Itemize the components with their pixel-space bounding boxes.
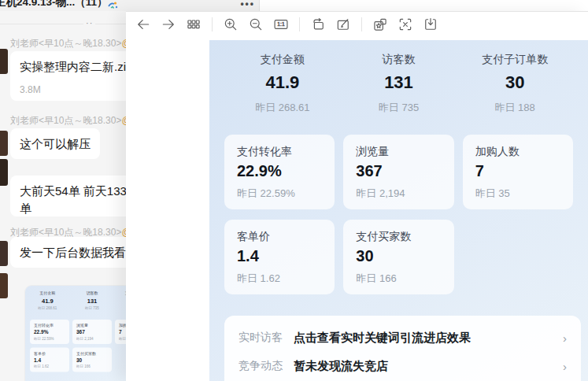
realtime-visitors-link: 实时访客 点击查看实时关键词引流进店效果 › [239, 324, 567, 352]
download-icon [423, 17, 438, 32]
chat-scroll-divider: ·· [0, 24, 126, 24]
one-to-one-icon: 1:1 [273, 17, 289, 32]
chevron-right-icon: › [563, 360, 567, 373]
zoom-in-button[interactable] [220, 14, 241, 35]
metric-card: 加购人数7昨日 35 [463, 135, 573, 209]
chat-panel: ·· 刘老师<早10点～晚18.30>@ 实操整理内容二新.zip 3.8M 刘… [0, 11, 126, 381]
forward-arrow-icon [161, 17, 176, 32]
next-image-button[interactable] [158, 14, 179, 35]
metric: 支付金额41.9昨日 268.61 [224, 53, 341, 115]
actual-size-button[interactable]: 1:1 [271, 14, 291, 35]
edit-icon [335, 17, 351, 32]
gallery-button[interactable] [183, 14, 204, 35]
save-image-button[interactable] [420, 14, 441, 35]
divider-handle: ·· [83, 18, 95, 28]
image-message-thumbnail[interactable]: 支付金额41.9昨日 268.61 访客数131昨日 735 支付子订单数30昨… [25, 286, 126, 381]
previous-image-button[interactable] [133, 14, 153, 35]
message-line: 大前天54单 前天133单 [20, 183, 126, 200]
file-name: 实操整理内容二新.zip [20, 58, 126, 75]
toolbar-separator [299, 17, 300, 31]
file-message-bubble[interactable]: 实操整理内容二新.zip 3.8M [10, 51, 126, 101]
competition-link: 竞争动态 暂未发现流失竞店 › [239, 352, 567, 380]
avatar[interactable] [0, 273, 8, 298]
edit-button[interactable] [333, 14, 353, 35]
rotate-icon [310, 17, 326, 32]
screen: 主机24.9.13-物...（11） ••• ·· 刘老师<早10点～晚18.3… [0, 0, 588, 381]
chat-more-button[interactable]: ••• [240, 0, 255, 9]
extract-text-button[interactable] [395, 14, 416, 35]
zoom-in-icon [223, 17, 239, 32]
text-message-bubble[interactable]: 发一下后台数据我看一下 [10, 237, 126, 268]
svg-text:1:1: 1:1 [277, 21, 285, 27]
file-size: 3.8M [20, 82, 126, 98]
chevron-right-icon: › [563, 331, 567, 345]
message-sender: 刘老师<早10点～晚18.30>@ [10, 37, 126, 50]
metric: 支付子订单数30昨日 188 [457, 53, 573, 115]
add-to-stickers-button[interactable] [370, 14, 390, 35]
image-viewer-window: 1:1 [126, 11, 588, 381]
back-arrow-icon [135, 17, 151, 32]
text-message-bubble[interactable]: 大前天54单 前天133单 单 [10, 176, 126, 216]
zoom-out-icon [248, 17, 264, 32]
metric-card: 支付转化率22.9%昨日 22.59% [224, 135, 335, 209]
thumbnail-dashboard: 支付金额41.9昨日 268.61 访客数131昨日 735 支付子订单数30昨… [25, 286, 126, 381]
title-emoji-icon [108, 1, 118, 10]
toolbar-separator [361, 17, 362, 31]
toolbar-separator [212, 17, 213, 31]
dashboard-top-metrics: 支付金额41.9昨日 268.61 访客数131昨日 735 支付子订单数30昨… [224, 53, 573, 115]
dashboard-links-card: 实时访客 点击查看实时关键词引流进店效果 › 竞争动态 暂未发现流失竞店 › [224, 316, 581, 381]
message-sender: 刘老师<早10点～晚18.30>@ [10, 114, 126, 128]
metric-card: 支付买家数30昨日 166 [343, 220, 453, 294]
avatar[interactable] [0, 241, 8, 266]
metric-card: 浏览量367昨日 2,194 [343, 135, 453, 209]
metric: 访客数131昨日 735 [341, 53, 457, 115]
avatar[interactable] [0, 131, 8, 156]
extract-text-icon [398, 17, 413, 32]
avatar[interactable] [0, 159, 8, 186]
rotate-button[interactable] [308, 14, 328, 35]
dashboard-metric-cards: 支付转化率22.9%昨日 22.59% 浏览量367昨日 2,194 加购人数7… [224, 135, 573, 294]
avatar[interactable] [0, 49, 8, 74]
wechat-titlebar: 主机24.9.13-物...（11） ••• [0, 0, 260, 11]
previewed-image[interactable]: 支付金额41.9昨日 268.61 访客数131昨日 735 支付子订单数30昨… [209, 40, 588, 381]
chat-title: 主机24.9.13-物...（11） [0, 0, 108, 9]
metric-card: 客单价1.4昨日 1.62 [224, 220, 335, 294]
viewer-toolbar: 1:1 [126, 12, 588, 37]
text-message-bubble[interactable]: 这个可以解压 [10, 128, 100, 159]
message-line: 单 [20, 200, 126, 217]
zoom-out-button[interactable] [246, 14, 266, 35]
sticker-star-icon [372, 17, 388, 32]
grid-icon [186, 17, 202, 32]
